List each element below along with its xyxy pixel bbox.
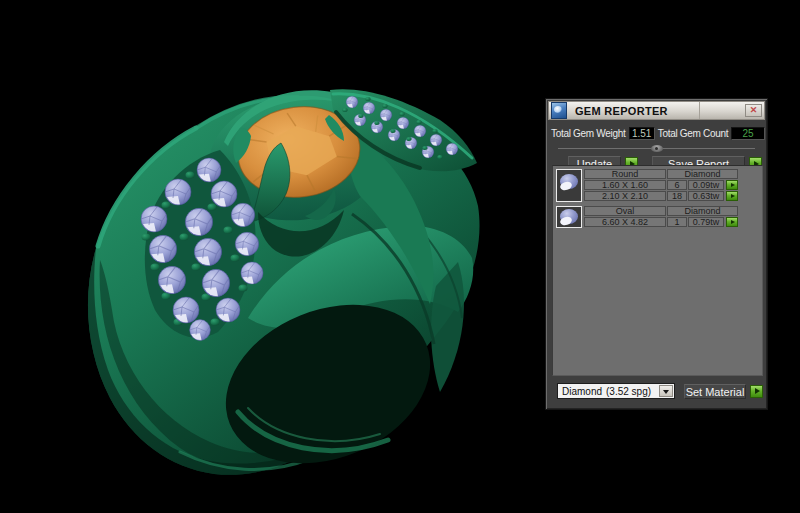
total-count-value: 25 (731, 127, 765, 140)
set-material-run-button[interactable] (750, 385, 763, 398)
material-header: Diamond (667, 169, 738, 179)
gem-thumbnail-oval (556, 206, 582, 228)
total-count-label: Total Gem Count (655, 128, 732, 139)
shape-header: Round (584, 169, 666, 179)
close-icon[interactable]: ✕ (745, 104, 762, 117)
totals-row: Total Gem Weight 1.51 Total Gem Count 25 (546, 123, 767, 143)
weight-cell: 0.79tw (688, 217, 724, 227)
gem-group-round: Round Diamond 1.60 X 1.60 6 0.09tw 2.10 … (556, 169, 762, 202)
gem-table: Round Diamond 1.60 X 1.60 6 0.09tw 2.10 … (553, 166, 762, 228)
count-cell: 1 (667, 217, 687, 227)
total-weight-value: 1.51 (629, 127, 655, 140)
count-cell: 6 (667, 180, 687, 190)
size-cell: 6.60 X 4.82 (584, 217, 666, 227)
play-arrow-icon (731, 183, 735, 187)
dialog-titlebar[interactable]: GEM REPORTER ✕ (548, 101, 765, 120)
size-cell: 2.10 X 2.10 (584, 191, 666, 201)
total-weight-label: Total Gem Weight (548, 128, 629, 139)
size-cell: 1.60 X 1.60 (584, 180, 666, 190)
weight-cell: 0.09tw (688, 180, 724, 190)
round-gem-image (560, 174, 578, 189)
caret-glyph (663, 390, 669, 394)
row-action (725, 191, 738, 201)
weight-cell: 0.63tw (688, 191, 724, 201)
material-header: Diamond (667, 206, 738, 216)
material-dropdown-value: Diamond (558, 386, 606, 397)
gem-group-grid: Round Diamond 1.60 X 1.60 6 0.09tw 2.10 … (584, 169, 738, 201)
material-dropdown-detail: (3.52 spg) (606, 386, 651, 397)
count-cell: 18 (667, 191, 687, 201)
select-row-button[interactable] (726, 180, 738, 190)
oval-gem-image (560, 209, 578, 224)
play-arrow-icon (731, 220, 735, 224)
gem-group-grid: Oval Diamond 6.60 X 4.82 1 0.79tw (584, 206, 738, 227)
play-arrow-icon (755, 388, 760, 394)
caret-down-icon[interactable] (659, 385, 673, 397)
gem-table-panel: Round Diamond 1.60 X 1.60 6 0.09tw 2.10 … (552, 165, 763, 376)
collapse-divider (558, 144, 755, 153)
shape-header: Oval (584, 206, 666, 216)
gem-thumbnail-round (556, 169, 582, 202)
gem-group-oval: Oval Diamond 6.60 X 4.82 1 0.79tw (556, 206, 762, 228)
dialog-title: GEM REPORTER (575, 105, 668, 117)
material-bar: Diamond (3.52 spg) Set Material (546, 383, 767, 399)
select-row-button[interactable] (726, 191, 738, 201)
row-action (725, 180, 738, 190)
gem-icon (551, 102, 567, 119)
select-row-button[interactable] (726, 217, 738, 227)
play-arrow-icon (731, 194, 735, 198)
gem-reporter-dialog: GEM REPORTER ✕ Total Gem Weight 1.51 Tot… (545, 98, 768, 410)
set-material-button[interactable]: Set Material (684, 384, 746, 399)
collapse-handle-icon[interactable] (651, 145, 663, 152)
material-dropdown[interactable]: Diamond (3.52 spg) (557, 383, 675, 399)
row-action (725, 217, 738, 227)
